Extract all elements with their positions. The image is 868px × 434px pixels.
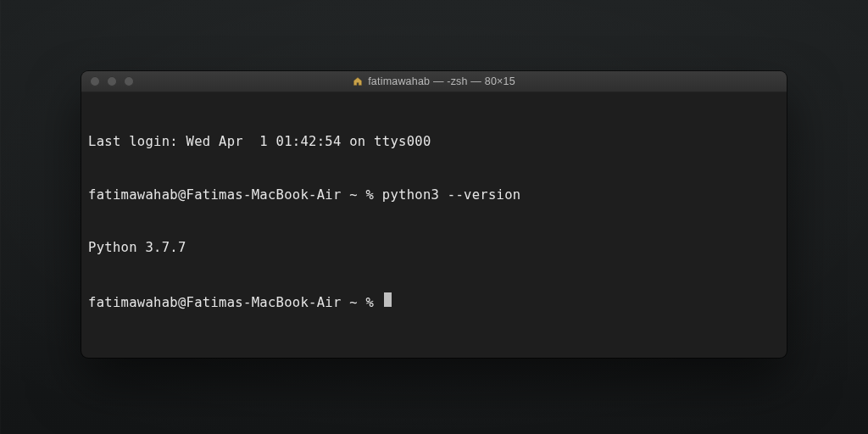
minimize-button[interactable] xyxy=(107,76,117,86)
window-title: fatimawahab — -zsh — 80×15 xyxy=(81,75,787,87)
terminal-body[interactable]: Last login: Wed Apr 1 01:42:54 on ttys00… xyxy=(81,92,787,354)
home-icon xyxy=(353,76,363,86)
close-button[interactable] xyxy=(90,76,100,86)
shell-prompt: fatimawahab@Fatimas-MacBook-Air ~ % xyxy=(88,294,382,312)
last-login-line: Last login: Wed Apr 1 01:42:54 on ttys00… xyxy=(88,133,780,151)
window-title-text: fatimawahab — -zsh — 80×15 xyxy=(368,75,515,87)
zoom-button[interactable] xyxy=(124,76,134,86)
window-titlebar[interactable]: fatimawahab — -zsh — 80×15 xyxy=(81,71,787,92)
window-controls xyxy=(81,76,134,86)
shell-prompt: fatimawahab@Fatimas-MacBook-Air ~ % xyxy=(88,186,382,204)
command-output: Python 3.7.7 xyxy=(88,239,780,257)
prompt-line-1: fatimawahab@Fatimas-MacBook-Air ~ % pyth… xyxy=(88,186,780,204)
text-cursor xyxy=(384,292,392,307)
prompt-line-2: fatimawahab@Fatimas-MacBook-Air ~ % xyxy=(88,292,780,312)
command-text: python3 --version xyxy=(382,186,521,204)
terminal-window: fatimawahab — -zsh — 80×15 Last login: W… xyxy=(81,71,787,358)
